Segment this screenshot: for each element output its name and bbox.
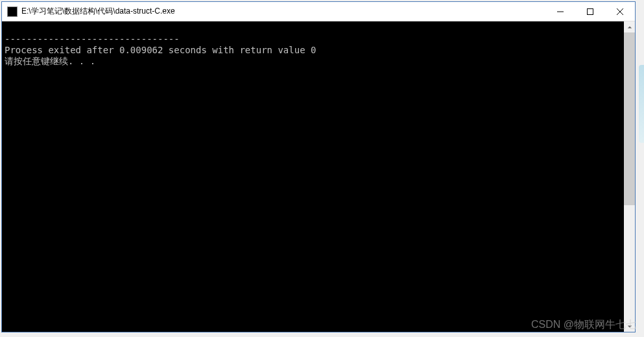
console-line: Process exited after 0.009062 seconds wi… bbox=[5, 45, 316, 55]
window-title: E:\学习笔记\数据结构\代码\data-struct-C.exe bbox=[21, 6, 545, 17]
titlebar: E:\学习笔记\数据结构\代码\data-struct-C.exe bbox=[2, 2, 635, 21]
svg-rect-1 bbox=[588, 8, 593, 14]
console-line: 请按任意键继续. . . bbox=[5, 56, 95, 66]
scroll-down-button[interactable] bbox=[624, 321, 635, 332]
minimize-icon bbox=[557, 8, 564, 15]
console-area: -------------------------------- Process… bbox=[2, 21, 635, 332]
background-element bbox=[639, 65, 644, 143]
minimize-button[interactable] bbox=[545, 2, 575, 21]
console-line: -------------------------------- bbox=[5, 34, 180, 44]
maximize-button[interactable] bbox=[575, 2, 605, 21]
window-controls bbox=[545, 2, 635, 21]
scrollbar-track[interactable] bbox=[624, 32, 635, 321]
scrollbar-thumb[interactable] bbox=[624, 32, 635, 205]
chevron-down-icon bbox=[627, 324, 632, 329]
maximize-icon bbox=[587, 8, 593, 15]
close-icon bbox=[617, 8, 623, 15]
scroll-up-button[interactable] bbox=[624, 21, 635, 32]
console-window: E:\学习笔记\数据结构\代码\data-struct-C.exe ------… bbox=[1, 1, 636, 332]
app-icon bbox=[7, 6, 18, 17]
close-button[interactable] bbox=[605, 2, 635, 21]
console-output[interactable]: -------------------------------- Process… bbox=[2, 21, 624, 332]
chevron-up-icon bbox=[627, 25, 632, 30]
vertical-scrollbar[interactable] bbox=[624, 21, 635, 332]
